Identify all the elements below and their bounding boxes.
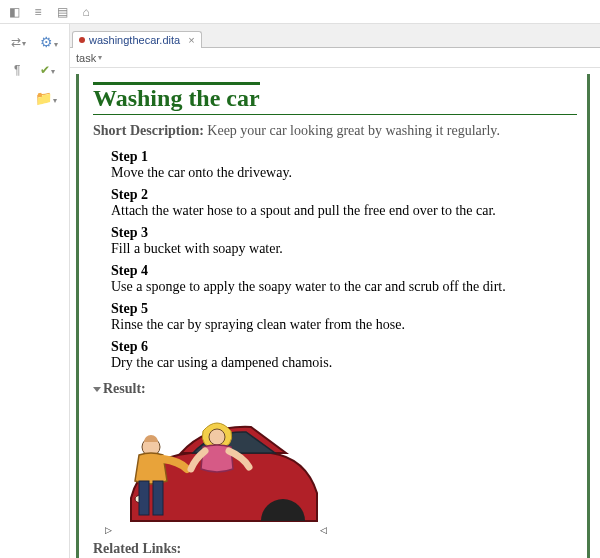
step-label: Step 4 <box>111 263 577 279</box>
toolbar-button-1[interactable]: ◧ <box>4 2 24 22</box>
step-body[interactable]: Fill a bucket with soapy water. <box>111 241 577 257</box>
result-section[interactable]: Result: <box>93 381 577 397</box>
side-toolbar: ⇄▾ ⚙▾ ¶ ✔▾ 📁▾ <box>0 24 70 558</box>
result-image[interactable]: ▷ ◁ <box>111 403 321 533</box>
step-body[interactable]: Rinse the car by spraying clean water fr… <box>111 317 577 333</box>
tab-filename: washingthecar.dita <box>89 34 180 46</box>
step[interactable]: Step 4 Use a sponge to apply the soapy w… <box>111 263 577 295</box>
step[interactable]: Step 1 Move the car onto the driveway. <box>111 149 577 181</box>
editor-scroll[interactable]: Washing the car Short Description: Keep … <box>70 68 600 558</box>
folder-icon[interactable]: 📁▾ <box>35 90 57 106</box>
step-body[interactable]: Use a sponge to apply the soapy water to… <box>111 279 577 295</box>
step-body[interactable]: Dry the car using a dampened chamois. <box>111 355 577 371</box>
chevron-down-icon[interactable]: ▾ <box>98 53 102 62</box>
step-label: Step 2 <box>111 187 577 203</box>
step-label: Step 3 <box>111 225 577 241</box>
toolbar-button-2[interactable]: ≡ <box>28 2 48 22</box>
svg-rect-3 <box>139 481 149 515</box>
breadcrumb[interactable]: task ▾ <box>70 48 600 68</box>
collapse-icon[interactable] <box>93 387 101 392</box>
step[interactable]: Step 3 Fill a bucket with soapy water. <box>111 225 577 257</box>
page-title[interactable]: Washing the car <box>93 82 260 112</box>
shortdesc-value[interactable]: Keep your car looking great by washing i… <box>207 123 500 138</box>
dirty-indicator-icon <box>79 37 85 43</box>
svg-point-5 <box>209 429 225 445</box>
selection-handle-left-icon[interactable]: ▷ <box>105 525 112 535</box>
paragraph-icon[interactable]: ¶ <box>14 63 20 77</box>
related-links-label: Related Links: <box>93 541 577 557</box>
svg-rect-4 <box>153 481 163 515</box>
step[interactable]: Step 5 Rinse the car by spraying clean w… <box>111 301 577 333</box>
car-wash-illustration <box>111 403 321 533</box>
step-label: Step 5 <box>111 301 577 317</box>
toolbar-button-3[interactable]: ▤ <box>52 2 72 22</box>
short-description[interactable]: Short Description: Keep your car looking… <box>93 123 577 139</box>
task-document: Washing the car Short Description: Keep … <box>76 74 590 558</box>
step-body[interactable]: Move the car onto the driveway. <box>111 165 577 181</box>
tab-strip: washingthecar.dita × <box>70 24 600 48</box>
main-area: ⇄▾ ⚙▾ ¶ ✔▾ 📁▾ washingthecar.dita × task … <box>0 24 600 558</box>
title-separator <box>93 114 577 115</box>
breadcrumb-root[interactable]: task <box>76 52 96 64</box>
toolbar-button-4[interactable]: ⌂ <box>76 2 96 22</box>
step[interactable]: Step 6 Dry the car using a dampened cham… <box>111 339 577 371</box>
step-label: Step 6 <box>111 339 577 355</box>
file-tab[interactable]: washingthecar.dita × <box>72 31 202 48</box>
result-label: Result: <box>103 381 146 396</box>
steps-list: Step 1 Move the car onto the driveway. S… <box>111 149 577 371</box>
shortdesc-label: Short Description: <box>93 123 204 138</box>
link-icon[interactable]: ⇄▾ <box>11 35 26 49</box>
step-label: Step 1 <box>111 149 577 165</box>
top-toolbar: ◧ ≡ ▤ ⌂ <box>0 0 600 24</box>
close-icon[interactable]: × <box>188 34 194 46</box>
step-body[interactable]: Attach the water hose to a spout and pul… <box>111 203 577 219</box>
gear-icon[interactable]: ⚙▾ <box>40 34 58 50</box>
selection-handle-right-icon[interactable]: ◁ <box>320 525 327 535</box>
step[interactable]: Step 2 Attach the water hose to a spout … <box>111 187 577 219</box>
editor-pane: washingthecar.dita × task ▾ Washing the … <box>70 24 600 558</box>
check-icon[interactable]: ✔▾ <box>40 63 55 77</box>
